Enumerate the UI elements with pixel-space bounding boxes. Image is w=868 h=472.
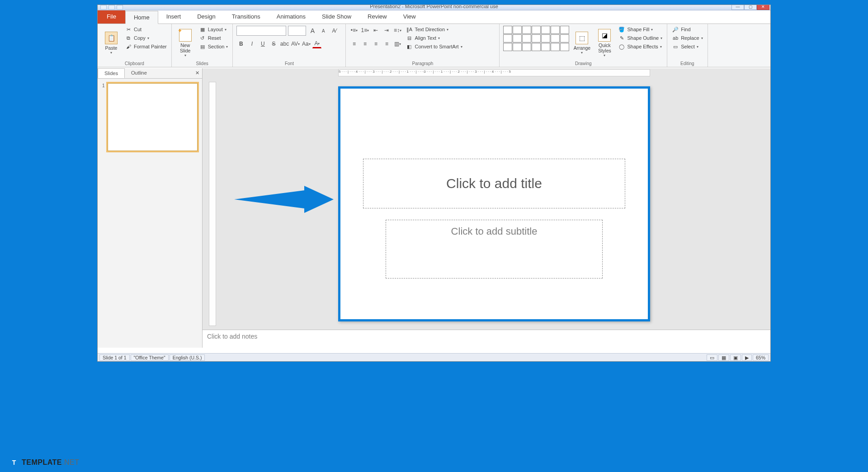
shapes-gallery[interactable]: [503, 26, 569, 60]
grow-font-button[interactable]: A: [308, 26, 317, 35]
new-slide-button[interactable]: ✦ New Slide: [175, 26, 195, 60]
justify-button[interactable]: ≡: [382, 39, 391, 48]
maximize-button[interactable]: ▢: [744, 5, 757, 10]
cut-button[interactable]: ✂Cut: [124, 26, 168, 33]
tab-review[interactable]: Review: [359, 10, 395, 24]
select-button[interactable]: ▭Select: [671, 43, 703, 50]
shadow-button[interactable]: abc: [280, 39, 289, 48]
columns-button[interactable]: ▥: [393, 39, 402, 48]
tab-home[interactable]: Home: [125, 11, 158, 24]
notes-pane[interactable]: Click to add notes: [203, 330, 770, 348]
find-button[interactable]: 🔎Find: [671, 26, 703, 33]
subtitle-placeholder[interactable]: Click to add subtitle: [386, 220, 603, 278]
group-clipboard: 📋 Paste ✂Cut ⧉Copy 🖌Format Painter Clipb…: [98, 24, 172, 67]
view-slideshow-button[interactable]: ▶: [742, 354, 752, 361]
minimize-button[interactable]: —: [731, 5, 744, 10]
view-sorter-button[interactable]: ▦: [718, 354, 729, 361]
close-button[interactable]: ✕: [757, 5, 769, 10]
qat-redo-icon[interactable]: [117, 5, 123, 9]
quick-access-toolbar: [100, 5, 123, 9]
effects-icon: ◯: [618, 43, 625, 50]
tab-view[interactable]: View: [395, 10, 424, 24]
qat-undo-icon[interactable]: [108, 5, 115, 9]
slide-thumbnail[interactable]: [108, 83, 198, 151]
status-theme: "Office Theme": [131, 354, 169, 361]
status-slide-info: Slide 1 of 1: [99, 354, 130, 361]
annotation-arrow-icon: [234, 184, 334, 215]
layout-button[interactable]: ▦Layout: [198, 26, 229, 33]
ribbon: 📋 Paste ✂Cut ⧉Copy 🖌Format Painter Clipb…: [98, 24, 770, 67]
view-normal-button[interactable]: ▭: [707, 354, 717, 361]
shape-fill-button[interactable]: 🪣Shape Fill: [617, 26, 663, 33]
increase-indent-button[interactable]: ⇥: [382, 26, 391, 35]
group-label-font: Font: [236, 61, 342, 66]
copy-icon: ⧉: [125, 35, 132, 41]
font-family-combo[interactable]: [236, 26, 286, 36]
bucket-icon: 🪣: [618, 26, 625, 33]
tab-insert[interactable]: Insert: [158, 10, 189, 24]
clear-formatting-button[interactable]: A∕: [330, 26, 339, 35]
line-spacing-button[interactable]: ≡↕: [393, 26, 402, 35]
subtitle-placeholder-text: Click to add subtitle: [451, 226, 538, 237]
convert-smartart-button[interactable]: ◧Convert to SmartArt: [405, 43, 463, 50]
panel-close-icon[interactable]: ✕: [193, 68, 202, 78]
ribbon-tabs: File Home Insert Design Transitions Anim…: [98, 10, 770, 24]
align-right-button[interactable]: ≡: [371, 39, 380, 48]
font-color-button[interactable]: A: [312, 39, 321, 48]
paste-button[interactable]: 📋 Paste: [101, 26, 121, 60]
group-label-clipboard: Clipboard: [101, 61, 168, 66]
slide-editor[interactable]: Click to add title Click to add subtitle: [338, 86, 650, 321]
text-direction-button[interactable]: ‖AText Direction: [405, 26, 463, 33]
align-center-button[interactable]: ≡: [360, 39, 369, 48]
replace-button[interactable]: abReplace: [671, 34, 703, 42]
slides-tab[interactable]: Slides: [98, 68, 125, 78]
paste-icon: 📋: [105, 32, 118, 44]
tab-design[interactable]: Design: [189, 10, 223, 24]
slide-panel: Slides Outline ✕ 1: [98, 68, 203, 348]
align-text-button[interactable]: ⊟Align Text: [405, 34, 463, 42]
group-label-drawing: Drawing: [503, 61, 663, 66]
horizontal-ruler: 5 · · · | · · · 4 · · · | · · · 3 · · · …: [338, 69, 650, 76]
section-button[interactable]: ▤Section: [198, 43, 229, 50]
tab-slideshow[interactable]: Slide Show: [314, 10, 359, 24]
layout-icon: ▦: [199, 26, 206, 33]
italic-button[interactable]: I: [247, 39, 256, 48]
shape-effects-button[interactable]: ◯Shape Effects: [617, 43, 663, 50]
font-size-combo[interactable]: [288, 26, 306, 36]
quick-styles-button[interactable]: ◪ Quick Styles: [594, 26, 614, 60]
tab-animations[interactable]: Animations: [269, 10, 314, 24]
change-case-button[interactable]: Aa: [302, 39, 311, 48]
bullets-button[interactable]: •≡: [349, 26, 359, 35]
copy-button[interactable]: ⧉Copy: [124, 34, 168, 42]
group-editing: 🔎Find abReplace ▭Select Editing: [667, 24, 708, 67]
bold-button[interactable]: B: [236, 39, 245, 48]
shrink-font-button[interactable]: A: [319, 26, 328, 35]
quick-styles-icon: ◪: [598, 29, 611, 42]
strikethrough-button[interactable]: S: [269, 39, 278, 48]
section-icon: ▤: [199, 43, 206, 50]
numbering-button[interactable]: 1≡: [360, 26, 369, 35]
zoom-level[interactable]: 65%: [753, 354, 769, 361]
reset-icon: ↺: [199, 35, 206, 41]
replace-icon: ab: [672, 35, 679, 41]
status-language[interactable]: English (U.S.): [170, 354, 205, 361]
slide-canvas-area: 5 · · · | · · · 4 · · · | · · · 3 · · · …: [203, 68, 770, 348]
thumbnail-number: 1: [102, 83, 107, 151]
tab-transitions[interactable]: Transitions: [224, 10, 269, 24]
tab-file[interactable]: File: [98, 10, 125, 24]
shape-outline-button[interactable]: ✎Shape Outline: [617, 34, 663, 42]
window-controls: — ▢ ✕: [731, 5, 769, 10]
qat-save-icon[interactable]: [100, 5, 107, 9]
svg-marker-0: [234, 186, 334, 213]
view-reading-button[interactable]: ▣: [730, 354, 741, 361]
decrease-indent-button[interactable]: ⇤: [371, 26, 380, 35]
char-spacing-button[interactable]: AV: [291, 39, 300, 48]
reset-button[interactable]: ↺Reset: [198, 34, 229, 42]
title-placeholder[interactable]: Click to add title: [363, 159, 625, 208]
outline-tab[interactable]: Outline: [125, 68, 153, 78]
align-left-button[interactable]: ≡: [349, 39, 359, 48]
underline-button[interactable]: U: [258, 39, 267, 48]
format-painter-button[interactable]: 🖌Format Painter: [124, 43, 168, 50]
thumbnail-item[interactable]: 1: [102, 83, 198, 151]
arrange-button[interactable]: ⬚ Arrange: [572, 26, 592, 60]
